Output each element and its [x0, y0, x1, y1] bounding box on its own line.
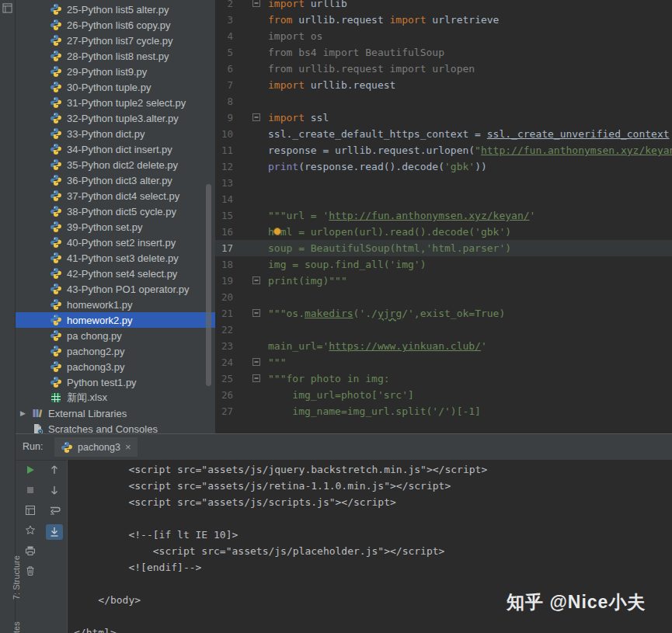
code-line[interactable]: 16html = urlopen(url).read().decode('gbk…	[215, 224, 672, 240]
tree-item-label: External Libraries	[48, 408, 127, 419]
tree-item-label: 38-Python dict5 cycle.py	[67, 206, 176, 217]
code-text: html = urlopen(url).read().decode('gbk')	[268, 224, 511, 240]
tree-item[interactable]: homework2.py	[16, 312, 215, 328]
rerun-button[interactable]	[23, 464, 38, 476]
code-line[interactable]: 27 img_name=img_url.split('/')[-1]	[215, 403, 672, 419]
code-text: img_url=photo['src']	[268, 387, 414, 403]
tree-item[interactable]: 43-Python PO1 operator.py	[16, 281, 215, 297]
fold-marker-icon[interactable]	[252, 309, 261, 318]
fold-marker-icon[interactable]	[252, 277, 261, 285]
tree-item[interactable]: pachong2.py	[16, 343, 215, 359]
tree-item[interactable]: 27-Python list7 cycle.py	[16, 33, 215, 48]
code-text: """for photo in img:	[268, 370, 390, 387]
code-line[interactable]: 3from urllib.request import urlretrieve	[215, 12, 672, 28]
py-file-icon	[50, 19, 62, 31]
tool-window-menu-icon[interactable]	[2, 2, 12, 12]
tree-item[interactable]: Python test1.py	[16, 374, 215, 390]
line-number: 19	[215, 273, 233, 289]
code-line[interactable]: 25"""for photo in img:	[215, 370, 672, 387]
code-line[interactable]: 6from urllib.request import urlopen	[215, 61, 672, 77]
structure-toolwindow-button[interactable]: 7: Structure	[12, 555, 21, 600]
tree-item-label: 30-Python tuple.py	[67, 82, 151, 93]
code-line[interactable]: 21"""os.makedirs('./yjrg/',exist_ok=True…	[215, 305, 672, 322]
code-line[interactable]: 12print(response.read().decode('gbk'))	[215, 158, 672, 175]
code-line[interactable]: 15"""url = 'http://fun.anthonymsen.xyz/k…	[215, 207, 672, 224]
tree-item[interactable]: 29-Python list9.py	[16, 64, 215, 79]
code-line[interactable]: 11response = urllib.request.urlopen("htt…	[215, 142, 672, 158]
fold-marker-icon[interactable]	[252, 374, 261, 383]
code-line[interactable]: 10ssl._create_default_https_context = ss…	[215, 126, 672, 142]
tree-item[interactable]: 41-Python set3 delete.py	[16, 250, 215, 266]
tree-item[interactable]: Scratches and Consoles	[16, 421, 215, 433]
tree-item-label: 29-Python list9.py	[67, 66, 147, 78]
tree-item[interactable]: 37-Python dict4 select.py	[16, 188, 215, 203]
tree-item[interactable]: 30-Python tuple.py	[16, 79, 215, 95]
tree-item[interactable]: 34-Python dict insert.py	[16, 141, 215, 157]
py-file-icon	[50, 252, 62, 264]
restore-layout-button[interactable]	[23, 504, 38, 516]
code-line[interactable]: 2import urllib	[215, 0, 672, 12]
favorites-toolwindow-button[interactable]: tes	[12, 621, 21, 633]
code-line[interactable]: 8	[215, 93, 672, 110]
code-line[interactable]: 17soup = BeautifulSoup(html,'html.parser…	[215, 240, 672, 256]
tree-item[interactable]: 32-Python tuple3.alter.py	[16, 110, 215, 126]
tree-item[interactable]: 35-Pyhon dict2 delete.py	[16, 157, 215, 172]
tree-item[interactable]: ▶External Libraries	[16, 405, 215, 421]
tree-item-label: 41-Python set3 delete.py	[67, 252, 179, 264]
code-line[interactable]: 24"""	[215, 354, 672, 370]
code-line[interactable]: 26 img_url=photo['src']	[215, 387, 672, 403]
stop-button[interactable]	[23, 484, 38, 496]
py-file-icon	[50, 65, 62, 78]
tree-item[interactable]: pa chong.py	[16, 328, 215, 343]
tree-item[interactable]: 新闻.xlsx	[16, 390, 215, 405]
tree-item[interactable]: pachong3.py	[16, 359, 215, 374]
tree-item[interactable]: 31-Python tuple2 select.py	[16, 95, 215, 110]
soft-wrap-button[interactable]	[47, 504, 62, 516]
code-text: import urllib.request	[268, 77, 395, 93]
line-number: 11	[215, 142, 233, 158]
line-number: 15	[215, 207, 233, 224]
down-stacktrace-button[interactable]	[47, 484, 62, 496]
code-line[interactable]: 20	[215, 289, 672, 305]
code-line[interactable]: 9import ssl	[215, 110, 672, 126]
tree-scrollbar[interactable]	[206, 184, 211, 386]
code-line[interactable]: 18img = soup.find_all('img')	[215, 256, 672, 273]
up-stacktrace-button[interactable]	[47, 464, 62, 476]
print-button[interactable]	[23, 544, 38, 557]
tree-item[interactable]: homework1.py	[16, 297, 215, 312]
fold-marker-icon[interactable]	[252, 113, 261, 122]
code-text: """url = 'http://fun.anthonymsen.xyz/key…	[268, 207, 535, 224]
run-tab-pachong3[interactable]: pachong3 ×	[54, 437, 138, 457]
editor-panel[interactable]: 2import urllib3from urllib.request impor…	[215, 0, 672, 433]
fold-marker-icon[interactable]	[252, 358, 261, 367]
tree-item-label: homework1.py	[67, 299, 133, 311]
code-line[interactable]: 7import urllib.request	[215, 77, 672, 93]
code-line[interactable]: 5from bs4 import BeautifulSoup	[215, 44, 672, 61]
code-line[interactable]: 13	[215, 175, 672, 191]
tab-close-icon[interactable]: ×	[125, 441, 131, 453]
code-text: from bs4 import BeautifulSoup	[268, 44, 444, 61]
tree-item[interactable]: 33-Python dict.py	[16, 126, 215, 141]
tree-item[interactable]: 39-Python set.py	[16, 219, 215, 235]
py-file-icon	[50, 50, 62, 62]
code-line[interactable]: 19print(img)"""	[215, 273, 672, 289]
expand-arrow-icon[interactable]: ▶	[20, 409, 31, 417]
python-run-icon	[61, 441, 73, 454]
code-line[interactable]: 22	[215, 322, 672, 338]
tree-item[interactable]: 42-Python set4 select.py	[16, 266, 215, 281]
code-line[interactable]: 23main_url='https://www.yinkuan.club/'	[215, 338, 672, 354]
code-text: """	[268, 354, 286, 370]
tree-item[interactable]: 40-Python set2 insert.py	[16, 235, 215, 250]
fold-marker-icon[interactable]	[252, 0, 261, 8]
tree-item[interactable]: 26-Python list6 copy.py	[16, 17, 215, 33]
tree-item[interactable]: 25-Python list5 alter.py	[16, 2, 215, 17]
code-line[interactable]: 4import os	[215, 28, 672, 44]
tree-item[interactable]: 36-Python dict3 alter.py	[16, 172, 215, 188]
tree-item[interactable]: 38-Python dict5 cycle.py	[16, 203, 215, 219]
scroll-to-end-button[interactable]	[46, 524, 63, 540]
code-line[interactable]: 14	[215, 191, 672, 207]
pin-star-button[interactable]	[23, 524, 38, 537]
tree-item-label: Scratches and Consoles	[48, 423, 158, 434]
tree-item[interactable]: 28-Python list8 nest.py	[16, 48, 215, 64]
clear-trash-button[interactable]	[23, 565, 38, 577]
